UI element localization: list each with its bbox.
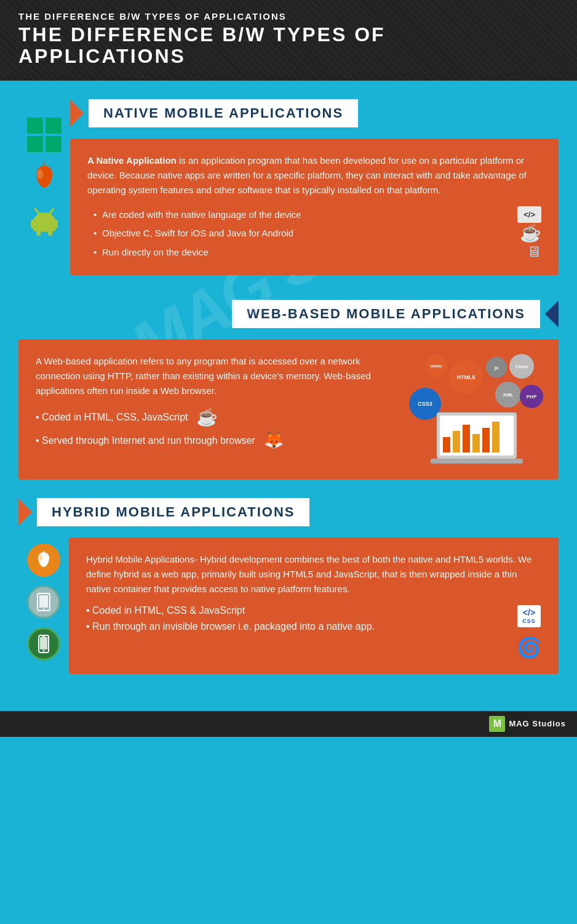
web-bullet-1-row: • Coded in HTML, CSS, JavaScript ☕: [36, 407, 394, 427]
hybrid-side-icons: </> CSS 🌀: [517, 605, 541, 659]
apple-circle-icon: [27, 544, 60, 577]
hybrid-content-box: Hybrid Mobile Applications- Hybrid devel…: [69, 537, 559, 674]
svg-rect-19: [453, 431, 460, 452]
svg-rect-24: [431, 459, 523, 464]
windows-icon: [27, 118, 62, 155]
web-text: A Web-based application refers to any pr…: [36, 354, 394, 465]
www-bubble: www: [424, 354, 448, 377]
hybrid-bullets-row: • Coded in HTML, CSS & JavaScript • Run …: [86, 605, 541, 659]
svg-rect-30: [40, 637, 47, 649]
svg-rect-1: [46, 118, 62, 134]
php-bubble: PHP: [520, 385, 543, 408]
svg-rect-22: [482, 428, 490, 452]
native-bullet-1: Are coded with the native language of th…: [94, 206, 517, 223]
web-section-title: WEB-BASED MOBILE APPLICATIONS: [232, 300, 540, 328]
web-section-header: WEB-BASED MOBILE APPLICATIONS: [18, 300, 559, 328]
code-tag-icon: </>: [517, 206, 541, 223]
native-content-box: A Native Application is an application p…: [70, 139, 559, 275]
native-bullet-3: Run directly on the device: [94, 244, 520, 260]
java-cup-icon: ☕: [520, 223, 541, 243]
monitor-icon: 🖥: [527, 243, 541, 260]
mag-badge: M MAG Studios: [489, 716, 566, 732]
html5-bubble: HTML5: [449, 360, 483, 394]
hybrid-bullets-text: • Coded in HTML, CSS & JavaScript • Run …: [86, 605, 508, 632]
header: THE DIFFERENCE B/W TYPES OF APPLICATIONS…: [0, 0, 577, 81]
svg-rect-3: [46, 136, 62, 152]
web-bullet-1: • Coded in HTML, CSS, JavaScript: [36, 412, 188, 423]
js-bubble: js: [486, 357, 507, 378]
arrow-right-icon-2: [18, 499, 32, 526]
hybrid-section-title: HYBRID MOBILE APPLICATIONS: [37, 498, 309, 526]
hybrid-content-row: Hybrid Mobile Applications- Hybrid devel…: [18, 537, 559, 680]
native-bullet-2: Objective C, Swift for iOS and Java for …: [94, 225, 514, 241]
header-title: THE DIFFERENCE B/W TYPES OF APPLICATIONS: [18, 24, 559, 67]
native-bullets-area: Are coded with the native language of th…: [87, 206, 541, 260]
native-content: NATIVE MOBILE APPLICATIONS A Native Appl…: [70, 99, 559, 281]
svg-line-12: [49, 209, 54, 215]
web-bullet-2-row: • Served through Internet and run throug…: [36, 431, 394, 450]
svg-rect-18: [443, 437, 450, 452]
svg-rect-23: [492, 422, 499, 452]
hybrid-content: Hybrid Mobile Applications- Hybrid devel…: [69, 537, 559, 680]
hybrid-section-header: HYBRID MOBILE APPLICATIONS: [18, 498, 559, 526]
cloud-bubble: Cloud: [509, 354, 534, 379]
tablet-circle-icon: [27, 585, 60, 619]
chrome-icon: 🌀: [517, 636, 541, 659]
hybrid-bullet-1-row: • Coded in HTML, CSS & JavaScript: [86, 605, 508, 616]
web-section: WEB-BASED MOBILE APPLICATIONS A Web-base…: [18, 300, 559, 480]
mag-brand-text: MAG Studios: [509, 719, 566, 728]
hybrid-bullet-2-row: • Run through an invisible browser i.e. …: [86, 621, 508, 632]
native-description: A Native Application is an application p…: [87, 153, 541, 198]
svg-line-11: [35, 209, 40, 215]
mag-m-logo: M: [489, 716, 505, 732]
java-cup-icon-2: ☕: [196, 407, 218, 427]
hybrid-icons-col: [18, 537, 69, 680]
native-section-title: NATIVE MOBILE APPLICATIONS: [89, 99, 358, 127]
svg-point-28: [43, 609, 45, 611]
svg-rect-27: [39, 595, 48, 608]
laptop-icon: [431, 412, 523, 467]
web-graphic: www HTML5 js Cloud CSS3 XML PHP: [406, 354, 541, 465]
hybrid-bullet-1: • Coded in HTML, CSS & JavaScript: [86, 605, 245, 616]
svg-rect-10: [48, 230, 52, 236]
footer: M MAG Studios: [0, 711, 577, 737]
web-content-row: A Web-based application refers to any pr…: [36, 354, 541, 465]
svg-rect-15: [33, 221, 55, 228]
native-bullet-row-1: Are coded with the native language of th…: [87, 206, 541, 223]
svg-rect-0: [27, 118, 43, 134]
svg-point-31: [43, 650, 45, 652]
firefox-icon: 🦊: [264, 431, 284, 450]
svg-rect-32: [42, 636, 46, 637]
native-bold: A Native Application: [87, 155, 177, 166]
svg-point-25: [39, 555, 42, 561]
android-icon: [28, 204, 61, 239]
native-bullet-row-3: Run directly on the device 🖥: [87, 243, 541, 260]
header-subtitle: THE DIFFERENCE B/W TYPES OF APPLICATIONS: [18, 11, 559, 22]
web-description: A Web-based application refers to any pr…: [36, 354, 394, 398]
native-icons-col: [18, 99, 70, 281]
web-content-box: A Web-based application refers to any pr…: [18, 339, 559, 480]
phone-circle-icon: [27, 627, 60, 661]
apple-icon: [29, 161, 60, 198]
arrow-left-icon: [545, 300, 559, 327]
native-section: NATIVE MOBILE APPLICATIONS A Native Appl…: [18, 99, 559, 281]
hybrid-section: HYBRID MOBILE APPLICATIONS: [18, 498, 559, 680]
xml-bubble: XML: [495, 382, 521, 408]
web-bullet-2: • Served through Internet and run throug…: [36, 435, 255, 446]
hybrid-description: Hybrid Mobile Applications- Hybrid devel…: [86, 552, 541, 597]
hybrid-bullet-2: • Run through an invisible browser i.e. …: [86, 621, 375, 632]
main-body: MAG Studios: [0, 81, 577, 711]
svg-rect-2: [27, 136, 43, 152]
native-bullet-row-2: Objective C, Swift for iOS and Java for …: [87, 223, 541, 243]
svg-rect-9: [36, 230, 41, 236]
arrow-right-icon: [70, 100, 84, 127]
native-section-header: NATIVE MOBILE APPLICATIONS: [70, 99, 559, 127]
tech-bubbles: www HTML5 js Cloud CSS3 XML PHP: [406, 354, 541, 465]
svg-point-4: [37, 169, 43, 179]
svg-rect-21: [472, 434, 480, 452]
svg-rect-20: [463, 425, 470, 452]
css-code-icon: </> CSS: [517, 605, 541, 627]
